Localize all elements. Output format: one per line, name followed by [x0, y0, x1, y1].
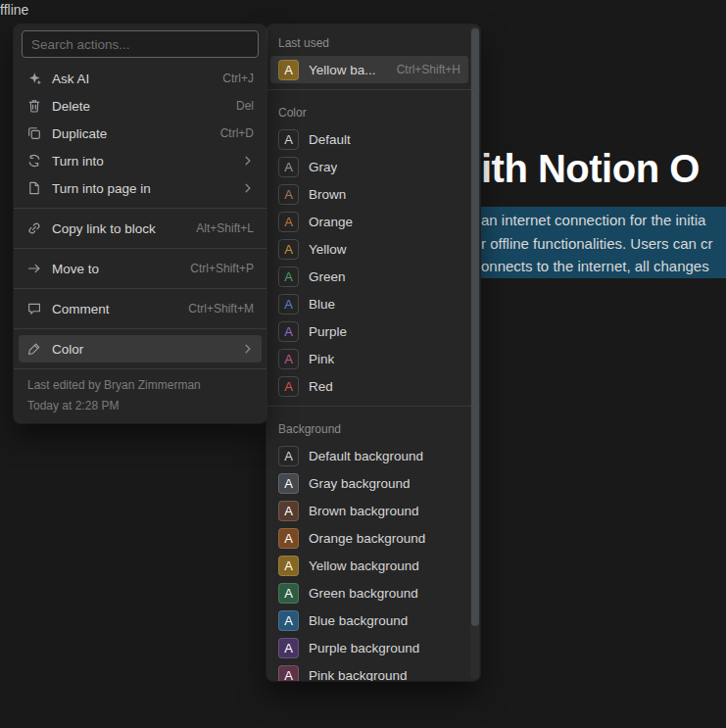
turn-into-icon: [26, 153, 42, 169]
link-icon: [26, 220, 42, 236]
color-option-blue[interactable]: ABlue: [270, 290, 468, 317]
color-option-label: Yellow: [309, 242, 347, 257]
color-option-label: Blue: [309, 297, 335, 312]
color-option-label: Green background: [309, 586, 418, 601]
color-chip: A: [278, 321, 299, 342]
chevron-right-icon: [242, 182, 254, 194]
color-chip: A: [278, 556, 299, 576]
color-option-label: Gray background: [309, 476, 411, 491]
chip-letter: A: [284, 531, 293, 546]
color-chip: A: [278, 184, 299, 205]
menu-item-duplicate[interactable]: DuplicateCtrl+D: [19, 120, 262, 147]
chip-letter: A: [284, 586, 293, 601]
menu-item-label: Color: [52, 342, 83, 357]
chip-letter: A: [284, 215, 293, 229]
color-option-green-background[interactable]: AGreen background: [270, 579, 468, 607]
color-option-purple-background[interactable]: APurple background: [270, 634, 468, 661]
color-submenu: Last usedAYellow ba...Ctrl+Shift+HColorA…: [266, 24, 480, 681]
color-option-label: Orange background: [309, 531, 425, 546]
color-option-default[interactable]: ADefault: [270, 125, 468, 153]
color-section-background: BackgroundADefault backgroundAGray backg…: [266, 413, 480, 681]
last-edited-time: Today at 2:28 PM: [27, 399, 253, 413]
chip-letter: A: [284, 160, 293, 174]
chip-letter: A: [284, 297, 293, 312]
color-chip: A: [278, 376, 299, 397]
scrollbar-thumb[interactable]: [471, 28, 479, 626]
color-option-label: Pink background: [309, 668, 408, 682]
color-option-label: Purple background: [309, 641, 419, 655]
color-option-blue-background[interactable]: ABlue background: [270, 607, 468, 634]
chip-letter: A: [284, 641, 293, 655]
menu-divider: [14, 248, 266, 249]
color-option-label: Yellow background: [309, 558, 419, 573]
chip-letter: A: [284, 269, 293, 284]
color-option-orange-background[interactable]: AOrange background: [270, 524, 468, 552]
menu-item-turn-into[interactable]: Turn into: [19, 147, 262, 174]
color-option-default-background[interactable]: ADefault background: [270, 442, 468, 469]
color-option-pink-background[interactable]: APink background: [270, 661, 468, 681]
color-option-gray[interactable]: AGray: [270, 153, 468, 180]
breadcrumb[interactable]: ffline: [0, 2, 28, 18]
color-icon: [26, 341, 42, 357]
page-title: ith Notion O: [481, 147, 726, 191]
chip-letter: A: [284, 63, 293, 77]
chip-letter: A: [284, 613, 293, 628]
color-option-brown-background[interactable]: ABrown background: [270, 497, 468, 524]
last-edited-by: Last edited by Bryan Zimmerman: [27, 378, 253, 392]
color-option-yellow-background[interactable]: AYellow background: [270, 552, 468, 579]
menu-item-color[interactable]: Color: [19, 335, 262, 363]
search-box: [22, 30, 259, 58]
color-option-orange[interactable]: AOrange: [270, 208, 468, 235]
paragraph-line: onnects to the internet, all changes: [481, 255, 726, 278]
menu-item-delete[interactable]: DeleteDel: [19, 92, 262, 120]
color-option-label: Default background: [309, 449, 423, 463]
color-option-yellow[interactable]: AYellow: [270, 235, 468, 263]
color-chip: A: [278, 583, 299, 604]
color-option-gray-background[interactable]: AGray background: [270, 469, 468, 497]
color-option-pink[interactable]: APink: [270, 345, 468, 372]
menu-item-ask-ai[interactable]: Ask AICtrl+J: [19, 65, 262, 92]
search-input[interactable]: [22, 30, 259, 58]
color-chip: A: [278, 157, 299, 177]
color-chip: A: [278, 610, 299, 631]
chip-letter: A: [284, 352, 293, 366]
menu-item-label: Turn into: [52, 154, 104, 169]
menu-item-move-to[interactable]: Move toCtrl+Shift+P: [19, 255, 262, 282]
menu-item-label: Turn into page in: [52, 181, 151, 196]
menu-divider: [14, 328, 266, 329]
color-option-brown[interactable]: ABrown: [270, 180, 468, 208]
highlighted-paragraph: an internet connection for the initia r …: [481, 207, 726, 278]
chip-letter: A: [284, 558, 293, 573]
menu-item-label: Ask AI: [52, 72, 89, 86]
menu-item-copy-link-to-block[interactable]: Copy link to blockAlt+Shift+L: [19, 215, 262, 242]
color-option-green[interactable]: AGreen: [270, 263, 468, 290]
menu-item-label: Copy link to block: [52, 221, 156, 236]
context-menu-items: Ask AICtrl+JDeleteDelDuplicateCtrl+DTurn…: [14, 65, 266, 363]
color-option-red[interactable]: ARed: [270, 372, 468, 400]
block-context-menu: Ask AICtrl+JDeleteDelDuplicateCtrl+DTurn…: [14, 24, 266, 423]
color-option-label: Pink: [309, 352, 334, 366]
menu-divider: [266, 406, 480, 407]
color-option-label: Red: [309, 379, 333, 394]
color-option-label: Brown background: [309, 504, 419, 518]
shortcut-label: Ctrl+Shift+M: [188, 302, 254, 315]
duplicate-icon: [26, 125, 42, 141]
trash-icon: [26, 98, 42, 114]
color-option-yellow-ba[interactable]: AYellow ba...Ctrl+Shift+H: [270, 56, 468, 83]
color-option-purple[interactable]: APurple: [270, 317, 468, 345]
paragraph-line: an internet connection for the initia: [481, 209, 726, 232]
color-option-label: Purple: [309, 324, 347, 339]
menu-item-comment[interactable]: CommentCtrl+Shift+M: [19, 295, 262, 322]
color-chip: A: [278, 638, 299, 658]
menu-divider: [14, 208, 266, 209]
chip-letter: A: [284, 504, 293, 518]
menu-item-turn-into-page-in[interactable]: Turn into page in: [19, 174, 262, 202]
chip-letter: A: [284, 132, 293, 147]
menu-item-label: Delete: [52, 99, 90, 114]
section-title: Color: [266, 96, 480, 125]
color-chip: A: [278, 60, 299, 80]
chip-letter: A: [284, 449, 293, 463]
scrollbar[interactable]: [470, 26, 479, 679]
menu-item-label: Duplicate: [52, 126, 107, 141]
paragraph-line: r offline functionalities. Users can cr: [481, 232, 726, 256]
